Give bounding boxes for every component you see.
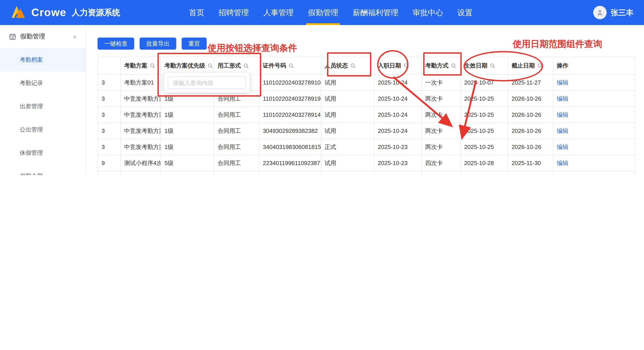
cell-plan: 中竞发考勤方案 [120,171,160,175]
sidebar-item-假期余额[interactable]: 假期余额 [0,164,86,175]
cell-priority: 1级 [160,107,214,123]
search-icon[interactable] [537,63,542,68]
cell-clipped: 9 [98,155,120,171]
cell-start_date: 2025-10-07 [460,74,508,90]
one-key-check-button[interactable]: 一键检查 [98,38,134,50]
cell-start_date: 2025-10-28 [460,155,508,171]
nav-item-假勤管理[interactable]: 假勤管理 [301,0,346,25]
search-icon[interactable] [451,63,456,68]
cell-method: 四次卡 [422,155,460,171]
sidebar-group-假勤管理[interactable]: 假勤管理∧ [0,25,86,48]
top-navbar: Crowe 人力资源系统 首页招聘管理人事管理假勤管理薪酬福利管理审批中心设置 … [0,0,644,25]
cell-plan: 考勤方案01 [120,74,160,90]
col-header-入职日期[interactable]: 入职日期 [374,57,422,74]
cell-action: 编辑 [553,139,635,155]
edit-link[interactable]: 编辑 [557,127,568,134]
cell-type: 合同用工 [214,139,259,155]
sidebar-item-公出管理[interactable]: 公出管理 [0,118,86,141]
cell-status: 试用 [321,155,374,171]
search-icon[interactable] [288,63,294,68]
cell-clipped: 3 [98,74,120,90]
main-nav: 首页招聘管理人事管理假勤管理薪酬福利管理审批中心设置 [182,0,480,25]
cell-start_date: 2025-10-25 [460,107,508,123]
cell-id: 110102202403278910 [259,74,321,90]
search-icon[interactable] [350,63,356,68]
col-header-操作: 操作 [553,57,635,74]
brand: Crowe 人力资源系统 [11,4,120,20]
edit-link[interactable]: 编辑 [557,95,568,102]
search-icon[interactable] [207,63,213,68]
app-window: Crowe 人力资源系统 首页招聘管理人事管理假勤管理薪酬福利管理审批中心设置 … [0,0,644,175]
sidebar-group-label: 假勤管理 [20,33,45,41]
cell-clipped: 3 [98,123,120,139]
col-header-人员状态[interactable]: 人员状态 [321,57,374,74]
sidebar-item-休假管理[interactable]: 休假管理 [0,141,86,164]
user-block[interactable]: 张三丰 [593,6,634,19]
nav-item-人事管理[interactable]: 人事管理 [256,0,301,25]
edit-link[interactable]: 编辑 [557,111,568,118]
cell-type: 合同用工 [214,171,259,175]
edit-link[interactable]: 编辑 [557,79,568,86]
reset-button[interactable]: 重置 [182,38,207,50]
cell-end_date: 2026-10-26 [508,123,553,139]
user-name: 张三丰 [611,8,634,18]
cell-status: 正式 [321,139,374,155]
app-title: 人力资源系统 [72,7,120,18]
col-label: 人员状态 [324,62,348,70]
col-header-考勤方式[interactable]: 考勤方式 [422,57,460,74]
crowe-logo-icon [11,4,27,20]
cell-hire_date: 2025-10-23 [374,139,422,155]
table-row: 3中竞发考勤方案1级合同用工340122199003120923试用2025-1… [98,171,635,175]
search-icon[interactable] [243,63,248,68]
cell-clipped: 3 [98,107,120,123]
cell-hire_date: 2025-10-24 [374,123,422,139]
sidebar-item-考勤记录[interactable]: 考勤记录 [0,72,86,95]
cell-action: 编辑 [553,171,635,175]
col-label: 操作 [557,62,568,70]
cell-priority: 1级 [160,90,214,107]
cell-start_date: 2025-10-25 [460,90,508,107]
cell-start_date: 2025-10-25 [460,123,508,139]
nav-item-设置[interactable]: 设置 [450,0,480,25]
cell-action: 编辑 [553,123,635,139]
nav-item-审批中心[interactable]: 审批中心 [406,0,450,25]
cell-action: 编辑 [553,74,635,90]
col-header-生效日期[interactable]: 生效日期 [460,57,508,74]
nav-item-首页[interactable]: 首页 [182,0,212,25]
nav-item-薪酬福利管理[interactable]: 薪酬福利管理 [346,0,406,25]
cell-status: 试用 [321,107,374,123]
cell-status: 试用 [321,123,374,139]
search-icon[interactable] [403,63,409,68]
cell-type: 合同用工 [214,155,259,171]
cell-type: 合同用工 [214,90,259,107]
edit-link[interactable]: 编辑 [557,160,568,166]
cell-id: 110102202403278919 [259,90,321,107]
cell-end_date: 2026-10-26 [508,107,553,123]
cell-action: 编辑 [553,155,635,171]
col-header-用工形式[interactable]: 用工形式 [214,57,259,74]
search-icon[interactable] [490,63,495,68]
cell-id: 30493029289382382 [259,123,321,139]
cell-plan: 中竞发考勤方案 [120,107,160,123]
column-filter-popover [164,73,250,92]
search-icon[interactable] [150,63,155,68]
calendar-check-icon [9,33,16,40]
cell-plan: 测试小程序4次 [120,155,160,171]
col-header-截止日期[interactable]: 截止日期 [508,57,553,74]
cell-id: 110102202403278914 [259,107,321,123]
batch-export-button[interactable]: 批量导出 [140,38,176,50]
col-header-证件号码[interactable]: 证件号码 [259,57,321,74]
table-row: 3中竞发考勤方案1级合同用工30493029289382382试用2025-10… [98,123,635,139]
col-label: 截止日期 [512,62,535,70]
col-header-考勤方案优先级[interactable]: 考勤方案优先级 [160,57,214,74]
cell-type: 合同用工 [214,123,259,139]
cell-end_date: 2025-11-27 [508,74,553,90]
sidebar-item-出差管理[interactable]: 出差管理 [0,95,86,118]
cell-hire_date: 2025-10-23 [374,155,422,171]
nav-item-招聘管理[interactable]: 招聘管理 [212,0,256,25]
col-header-考勤方案[interactable]: 考勤方案 [120,57,160,74]
col-label: 入职日期 [378,62,401,70]
filter-query-input[interactable] [168,76,246,89]
edit-link[interactable]: 编辑 [557,143,568,150]
sidebar-item-考勤档案[interactable]: 考勤档案 [0,48,86,72]
